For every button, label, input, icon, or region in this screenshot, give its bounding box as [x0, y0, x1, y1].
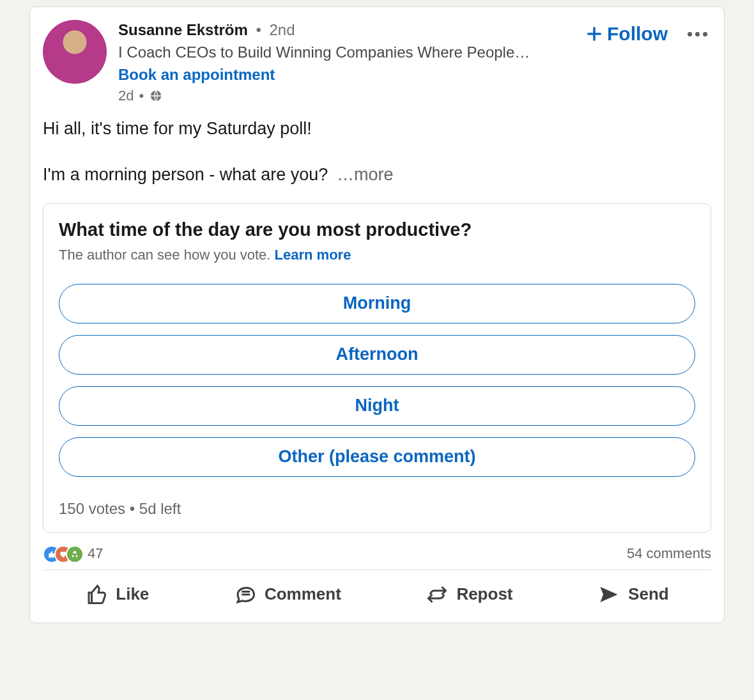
post-time: 2d — [118, 88, 134, 104]
more-options-button[interactable] — [683, 20, 711, 48]
celebrate-reaction-icon — [66, 545, 84, 563]
poll-container: What time of the day are you most produc… — [43, 203, 711, 533]
poll-option[interactable]: Afternoon — [59, 335, 695, 375]
poll-visibility-note: The author can see how you vote. — [59, 247, 275, 263]
poll-option[interactable]: Night — [59, 386, 695, 426]
author-headline: I Coach CEOs to Build Winning Companies … — [118, 42, 574, 63]
poll-question: What time of the day are you most produc… — [59, 219, 695, 240]
poll-vote-count: 150 votes — [59, 500, 125, 517]
repost-icon — [426, 583, 449, 606]
post-text-line: Hi all, it's time for my Saturday poll! — [43, 116, 711, 142]
dot-separator: • — [139, 88, 144, 104]
reaction-icons — [43, 545, 82, 562]
post-text-line: I'm a morning person - what are you? — [43, 165, 328, 184]
send-button[interactable]: Send — [586, 577, 681, 612]
poll-option[interactable]: Other (please comment) — [59, 437, 695, 477]
send-icon — [597, 583, 620, 606]
send-label: Send — [628, 584, 669, 604]
comment-label: Comment — [265, 584, 341, 604]
globe-icon — [149, 89, 163, 103]
author-avatar[interactable] — [43, 20, 107, 84]
see-more-link[interactable]: …more — [337, 165, 394, 184]
plus-icon — [585, 25, 603, 43]
repost-button[interactable]: Repost — [414, 577, 524, 612]
like-label: Like — [116, 584, 149, 604]
dot-separator: • — [130, 500, 139, 517]
thumbs-up-icon — [85, 583, 108, 606]
book-appointment-link[interactable]: Book an appointment — [118, 66, 574, 84]
post-card: Susanne Ekström • 2nd I Coach CEOs to Bu… — [29, 6, 725, 623]
post-header: Susanne Ekström • 2nd I Coach CEOs to Bu… — [43, 20, 711, 104]
dot-separator: • — [256, 21, 261, 38]
ellipsis-icon — [688, 32, 707, 36]
follow-button[interactable]: Follow — [585, 23, 668, 45]
comment-button[interactable]: Comment — [222, 577, 353, 612]
reactions-button[interactable]: 47 — [43, 545, 103, 562]
like-button[interactable]: Like — [73, 577, 160, 612]
comments-count-link[interactable]: 54 comments — [627, 545, 711, 562]
post-actions: Like Comment Repost Send — [43, 570, 711, 619]
follow-label: Follow — [607, 23, 668, 45]
author-block: Susanne Ekström • 2nd I Coach CEOs to Bu… — [118, 20, 574, 104]
reactions-count: 47 — [88, 545, 103, 562]
post-stats: 47 54 comments — [43, 541, 711, 570]
post-body: Hi all, it's time for my Saturday poll! … — [43, 116, 711, 188]
repost-label: Repost — [456, 584, 512, 604]
learn-more-link[interactable]: Learn more — [275, 247, 351, 263]
author-name[interactable]: Susanne Ekström — [118, 21, 248, 38]
connection-degree: 2nd — [269, 21, 295, 38]
poll-time-left: 5d left — [139, 500, 181, 517]
poll-option[interactable]: Morning — [59, 284, 695, 323]
comment-icon — [234, 583, 257, 606]
